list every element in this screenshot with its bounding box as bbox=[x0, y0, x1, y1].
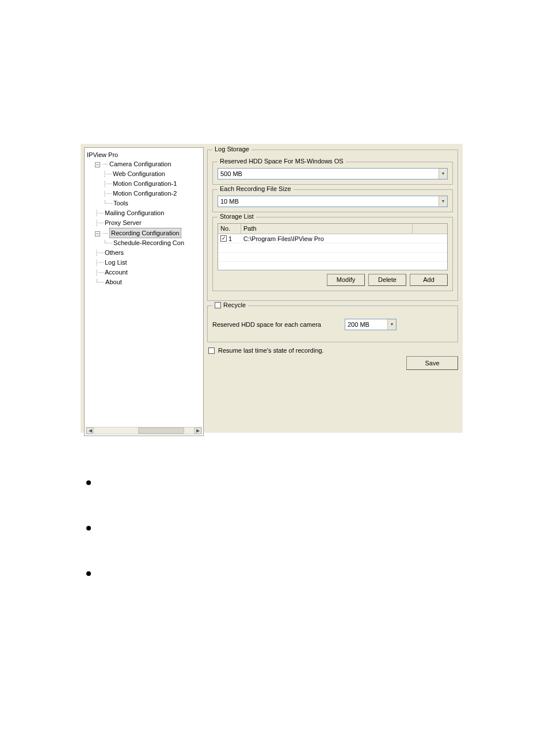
chevron-down-icon[interactable]: ▾ bbox=[439, 196, 447, 207]
tree-item-proxy[interactable]: Proxy Server bbox=[105, 218, 142, 227]
row-checkbox[interactable]: ✓ bbox=[220, 235, 227, 242]
bullet-icon bbox=[86, 480, 91, 485]
scroll-left-icon[interactable]: ◀ bbox=[86, 427, 94, 434]
save-button[interactable]: Save bbox=[406, 356, 458, 370]
reserved-os-select[interactable]: 500 MB ▾ bbox=[218, 168, 448, 180]
reserved-os-value: 500 MB bbox=[220, 170, 242, 177]
table-row bbox=[218, 262, 447, 271]
add-button[interactable]: Add bbox=[410, 274, 448, 286]
storage-table: No. Path ✓ 1 C:\Program Files\IPView Pro bbox=[218, 223, 448, 270]
filesize-legend: Each Recording File Size bbox=[218, 185, 293, 192]
reserved-os-group: Reserved HDD Space For MS-Windows OS 500… bbox=[212, 162, 453, 185]
collapse-icon[interactable]: − bbox=[95, 231, 100, 236]
content-pane: Log Storage Reserved HDD Space For MS-Wi… bbox=[204, 144, 463, 433]
bullet-icon bbox=[86, 526, 91, 530]
filesize-select[interactable]: 10 MB ▾ bbox=[218, 196, 448, 207]
bullet-item bbox=[86, 524, 460, 530]
reserved-os-legend: Reserved HDD Space For MS-Windows OS bbox=[218, 158, 346, 165]
row-path: C:\Program Files\IPView Pro bbox=[241, 234, 447, 243]
recycle-group: Recycle Reserved HDD space for each came… bbox=[207, 306, 458, 342]
modify-button[interactable]: Modify bbox=[327, 274, 365, 286]
recycle-select[interactable]: 200 MB ▾ bbox=[345, 319, 396, 330]
tree-item-recording[interactable]: Recording Configuration bbox=[109, 228, 181, 238]
tree-item-about[interactable]: About bbox=[105, 277, 122, 287]
scroll-thumb[interactable] bbox=[138, 427, 184, 434]
tree-item-camera-config[interactable]: Camera Configuration bbox=[109, 159, 171, 169]
row-no: 1 bbox=[228, 234, 232, 243]
scroll-right-icon[interactable]: ▶ bbox=[194, 427, 201, 434]
bullet-icon bbox=[86, 571, 91, 576]
tree-item-motion1[interactable]: Motion Configuration-1 bbox=[113, 179, 177, 188]
tree-hscrollbar[interactable]: ◀ ▶ bbox=[86, 427, 202, 434]
collapse-icon[interactable]: − bbox=[95, 162, 100, 167]
nav-tree[interactable]: IPView Pro −┈┈Camera Configuration ┊┈┈We… bbox=[87, 150, 203, 287]
tree-item-motion2[interactable]: Motion Configuration-2 bbox=[113, 189, 177, 198]
recycle-value: 200 MB bbox=[348, 321, 369, 328]
recycle-legend-text: Recycle bbox=[223, 301, 246, 308]
settings-window: IPView Pro −┈┈Camera Configuration ┊┈┈We… bbox=[81, 144, 463, 433]
tree-item-web-config[interactable]: Web Configuration bbox=[113, 169, 165, 178]
bullet-item bbox=[86, 570, 460, 576]
tree-root-label[interactable]: IPView Pro bbox=[87, 150, 118, 159]
nav-tree-panel: IPView Pro −┈┈Camera Configuration ┊┈┈We… bbox=[84, 147, 204, 436]
bullet-item bbox=[86, 479, 460, 485]
delete-button[interactable]: Delete bbox=[368, 274, 406, 286]
log-storage-group: Log Storage Reserved HDD Space For MS-Wi… bbox=[207, 150, 458, 301]
filesize-group: Each Recording File Size 10 MB ▾ bbox=[212, 189, 453, 212]
tree-item-others[interactable]: Others bbox=[105, 248, 124, 257]
resume-label: Resume last time's state of recording. bbox=[218, 347, 324, 354]
storage-buttons: Modify Delete Add bbox=[218, 274, 448, 286]
col-no[interactable]: No. bbox=[218, 224, 241, 234]
body-text bbox=[86, 479, 460, 576]
tree-item-account[interactable]: Account bbox=[105, 268, 128, 277]
col-spacer bbox=[413, 224, 447, 234]
chevron-down-icon[interactable]: ▾ bbox=[387, 319, 396, 330]
tree-item-schedule[interactable]: Schedule-Recording Con bbox=[113, 238, 184, 247]
col-path[interactable]: Path bbox=[241, 224, 413, 234]
table-row bbox=[218, 243, 447, 253]
table-header: No. Path bbox=[218, 224, 447, 234]
resume-row: Resume last time's state of recording. bbox=[208, 347, 458, 354]
table-row[interactable]: ✓ 1 C:\Program Files\IPView Pro bbox=[218, 234, 447, 243]
recycle-checkbox[interactable] bbox=[215, 302, 221, 308]
chevron-down-icon[interactable]: ▾ bbox=[439, 169, 447, 179]
storage-list-group: Storage List No. Path ✓ 1 C:\Pr bbox=[212, 217, 453, 291]
log-storage-legend: Log Storage bbox=[212, 146, 251, 152]
recycle-legend: Recycle bbox=[212, 301, 248, 308]
tree-item-tools[interactable]: Tools bbox=[113, 198, 128, 208]
tree-item-loglist[interactable]: Log List bbox=[105, 258, 127, 267]
recycle-label: Reserved HDD space for each camera bbox=[212, 321, 339, 328]
tree-item-mailing[interactable]: Mailing Configuration bbox=[105, 208, 164, 217]
table-row bbox=[218, 253, 447, 262]
filesize-value: 10 MB bbox=[220, 198, 239, 205]
resume-checkbox[interactable] bbox=[208, 348, 215, 354]
storage-list-legend: Storage List bbox=[218, 213, 256, 220]
